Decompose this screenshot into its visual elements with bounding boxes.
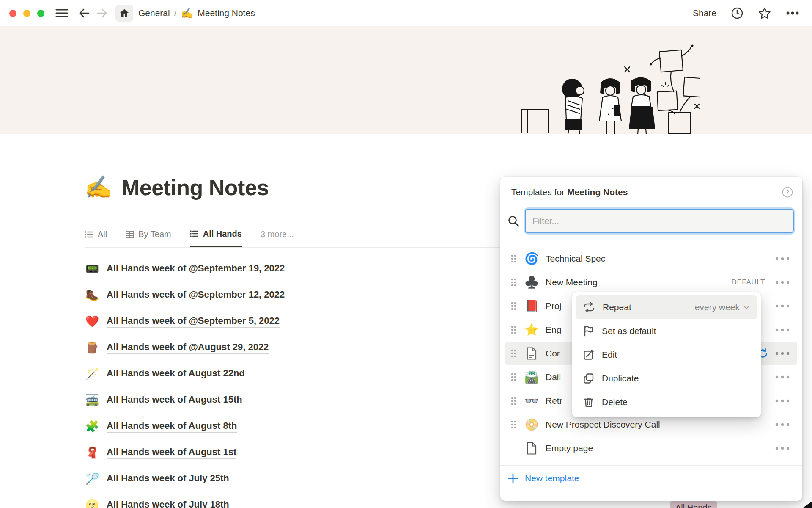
- tab-more[interactable]: 3 more...: [261, 221, 294, 248]
- tab-by-team[interactable]: By Team: [126, 221, 171, 248]
- list-item[interactable]: 🪄All Hands week of August 22nd: [85, 361, 486, 387]
- menu-item-edit[interactable]: Edit: [576, 343, 757, 367]
- plus-icon: [508, 473, 518, 484]
- item-emoji: 🧣: [85, 446, 100, 459]
- edit-icon: [583, 349, 594, 360]
- list-item[interactable]: 🏸All Hands week of July 25th: [85, 466, 486, 492]
- breadcrumb-general[interactable]: General: [138, 8, 170, 18]
- filter-input[interactable]: [525, 209, 794, 233]
- template-emoji: 👓: [524, 394, 539, 408]
- empty-page-icon: [524, 442, 539, 455]
- updates-clock-icon[interactable]: [731, 7, 743, 19]
- drag-handle-icon[interactable]: [510, 254, 517, 263]
- share-button[interactable]: Share: [693, 8, 716, 18]
- svg-text:?: ?: [786, 189, 789, 196]
- template-row[interactable]: 🌀 Technical Spec: [505, 247, 797, 271]
- favorite-star-icon[interactable]: [758, 7, 771, 19]
- item-emoji: 🚎: [85, 394, 100, 407]
- item-emoji: 🪄: [85, 367, 100, 381]
- minimize-window-button[interactable]: [23, 10, 30, 17]
- template-row[interactable]: ♣️ New Meeting DEFAULT: [505, 271, 797, 294]
- default-badge: DEFAULT: [732, 278, 765, 287]
- row-more-icon[interactable]: [775, 375, 790, 379]
- list-item[interactable]: 📟All Hands week of @September 19, 2022: [85, 256, 486, 282]
- repeat-icon: [583, 302, 595, 312]
- list-item[interactable]: 🌝All Hands week of July 18th: [85, 492, 486, 508]
- template-emoji: ♣️: [524, 276, 539, 289]
- menu-item-set-default[interactable]: Set as default: [576, 319, 757, 343]
- drag-handle-icon[interactable]: [510, 325, 517, 334]
- breadcrumb-page-title[interactable]: Meeting Notes: [198, 8, 255, 18]
- list-item[interactable]: 🧣All Hands week of August 1st: [85, 439, 486, 466]
- tab-all-hands[interactable]: All Hands: [190, 221, 242, 248]
- drag-handle-icon[interactable]: [510, 278, 517, 287]
- window-toolbar: General / ✍️ Meeting Notes Share: [0, 0, 812, 26]
- drag-handle-icon[interactable]: [510, 349, 517, 358]
- cursor-fragment: [803, 501, 812, 508]
- search-icon: [507, 215, 520, 227]
- item-emoji: 🏸: [85, 472, 100, 486]
- template-emoji: 🛣️: [524, 370, 539, 384]
- menu-item-repeat[interactable]: Repeat every week: [576, 295, 757, 319]
- item-emoji: 📟: [85, 262, 100, 276]
- popup-divider: [500, 465, 802, 466]
- drag-handle-icon[interactable]: [510, 373, 517, 382]
- row-more-icon[interactable]: [775, 399, 790, 403]
- banner-illustration: [518, 41, 700, 134]
- help-icon[interactable]: ?: [782, 187, 793, 198]
- template-row-empty-page[interactable]: Empty page: [505, 436, 797, 460]
- list-item[interactable]: 🚎All Hands week of August 15th: [85, 387, 486, 413]
- traffic-lights: [9, 10, 44, 17]
- template-emoji: 🌀: [524, 252, 539, 265]
- template-context-menu: Repeat every week Set as default Edit Du…: [572, 292, 761, 417]
- drag-handle-icon[interactable]: [510, 301, 517, 311]
- table-icon: [126, 231, 134, 238]
- meeting-notes-list: 📟All Hands week of @September 19, 2022 🥾…: [85, 256, 486, 508]
- chevron-down-icon: [743, 305, 750, 309]
- close-window-button[interactable]: [9, 10, 16, 17]
- flag-icon: [583, 326, 594, 337]
- row-more-icon[interactable]: [775, 257, 790, 260]
- drag-handle-icon[interactable]: [510, 396, 517, 406]
- item-emoji: 🪵: [85, 341, 100, 354]
- row-more-icon[interactable]: [775, 447, 790, 450]
- new-template-button[interactable]: New template: [500, 466, 802, 491]
- tab-all[interactable]: All: [85, 221, 107, 248]
- menu-item-duplicate[interactable]: Duplicate: [576, 367, 757, 390]
- list-item[interactable]: 🧩All Hands week of August 8th: [85, 413, 486, 439]
- item-emoji: 🧩: [85, 420, 100, 433]
- home-button[interactable]: [115, 5, 133, 22]
- row-more-icon[interactable]: [775, 423, 790, 426]
- row-more-icon[interactable]: [775, 281, 790, 284]
- list-item[interactable]: 🥾All Hands week of @September 12, 2022: [85, 282, 486, 308]
- popup-title: Templates for Meeting Notes: [511, 187, 628, 197]
- list-item[interactable]: ❤️All Hands week of @September 5, 2022: [85, 308, 486, 334]
- sidebar-menu-icon[interactable]: [55, 8, 68, 18]
- menu-item-delete[interactable]: Delete: [576, 390, 757, 414]
- all-hands-tag: All Hands: [670, 501, 717, 508]
- list-icon: [85, 231, 93, 238]
- page-title: ✍️ Meeting Notes: [85, 174, 269, 200]
- template-emoji: 📀: [524, 418, 539, 431]
- row-more-icon[interactable]: [775, 304, 790, 308]
- row-more-icon[interactable]: [775, 328, 790, 331]
- repeat-frequency-select[interactable]: every week: [695, 302, 750, 312]
- duplicate-icon: [583, 373, 594, 384]
- back-icon[interactable]: [78, 8, 90, 19]
- zoom-window-button[interactable]: [37, 10, 44, 17]
- more-options-icon[interactable]: [786, 11, 799, 15]
- page-title-text[interactable]: Meeting Notes: [121, 175, 269, 200]
- page-cover-banner[interactable]: [0, 26, 812, 134]
- item-emoji: 🥾: [85, 289, 100, 302]
- drag-handle-icon[interactable]: [510, 420, 517, 429]
- list-item[interactable]: 🪵All Hands week of @August 29, 2022: [85, 334, 486, 361]
- page-title-emoji[interactable]: ✍️: [85, 174, 112, 200]
- page-icon: [524, 347, 539, 360]
- row-more-icon[interactable]: [775, 352, 790, 355]
- template-emoji: 📕: [524, 299, 539, 313]
- breadcrumb-page-emoji: ✍️: [181, 7, 193, 19]
- view-tabs: All By Team All Hands 3 more...: [85, 221, 294, 248]
- forward-icon[interactable]: [96, 8, 108, 19]
- breadcrumb-separator: /: [174, 8, 177, 18]
- list-icon: [190, 230, 199, 237]
